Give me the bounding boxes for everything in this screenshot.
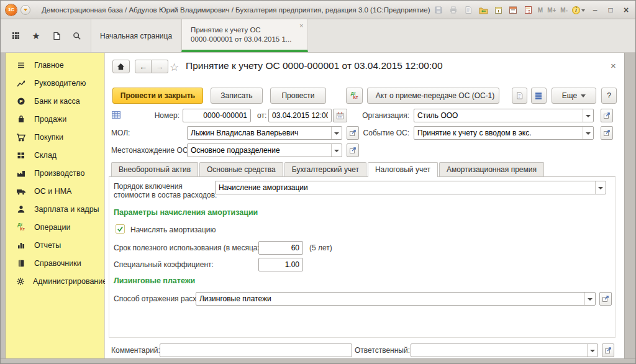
responsible-combo[interactable] xyxy=(411,344,598,357)
memory-m-button[interactable]: M xyxy=(538,7,543,14)
list-icon xyxy=(535,92,542,99)
home-button[interactable] xyxy=(112,60,130,73)
date-input[interactable] xyxy=(268,109,332,122)
save-button[interactable]: Записать xyxy=(211,88,263,104)
dtkt-icon: ДтКт xyxy=(16,223,26,231)
chevron-down-icon[interactable] xyxy=(583,127,593,139)
tab-depreciation-bonus[interactable]: Амортизационная премия xyxy=(439,162,544,176)
preview-icon[interactable] xyxy=(463,5,474,15)
sidebar-item-warehouse[interactable]: Склад xyxy=(6,146,104,164)
tab-accounting[interactable]: Бухгалтерский учет xyxy=(284,162,366,176)
svg-text:Р: Р xyxy=(19,98,23,104)
more-button[interactable]: Еще xyxy=(552,88,596,104)
close-form-icon[interactable]: × xyxy=(611,60,616,71)
save-icon[interactable] xyxy=(434,5,444,15)
sidebar-item-os-nma[interactable]: ОС и НМА xyxy=(6,182,104,200)
sidebar-item-purchases[interactable]: Покупки xyxy=(6,128,104,146)
close-window-button[interactable]: × xyxy=(620,5,632,15)
table-icon xyxy=(111,111,121,122)
sidebar-item-production[interactable]: Производство xyxy=(6,164,104,182)
chevron-down-icon[interactable] xyxy=(595,181,606,194)
date-picker-button[interactable] xyxy=(333,109,347,122)
expense-method-combo[interactable]: Лизинговые платежи xyxy=(196,292,596,306)
sidebar-item-bank-cash[interactable]: Р Банк и касса xyxy=(6,92,104,110)
info-icon: i xyxy=(572,6,580,14)
minimize-button[interactable]: – xyxy=(589,6,601,14)
chevron-down-icon[interactable] xyxy=(587,344,597,357)
maximize-button[interactable]: □ xyxy=(605,6,616,14)
number-input[interactable] xyxy=(183,109,251,122)
tab-fixed-assets[interactable]: Основные средства xyxy=(199,162,283,176)
factory-icon xyxy=(16,169,26,178)
doc-tab-title: Принятие к учету ОС xyxy=(191,25,291,35)
organization-label: Организация: xyxy=(348,111,409,120)
chevron-down-icon xyxy=(581,9,585,14)
show-postings-button[interactable]: ДтКт xyxy=(346,88,363,104)
accrue-depreciation-checkbox[interactable] xyxy=(116,224,125,234)
help-button[interactable]: ? xyxy=(601,88,617,104)
sidebar-item-sales[interactable]: Продажи xyxy=(6,110,104,128)
info-menu-button[interactable]: i xyxy=(572,6,585,14)
window-title: Демонстрационная база / Абдулов Юрий Вла… xyxy=(42,6,430,14)
responsible-open-button[interactable] xyxy=(602,344,614,357)
pin-window-icon[interactable] xyxy=(493,5,504,15)
chevron-down-icon[interactable] xyxy=(331,127,342,139)
os-event-open-button[interactable] xyxy=(601,126,613,140)
print-icon[interactable] xyxy=(448,5,459,15)
back-button[interactable]: ← xyxy=(135,60,152,73)
main-menu-button[interactable] xyxy=(20,5,30,15)
calendar-icon[interactable] xyxy=(508,5,519,15)
forward-button[interactable]: → xyxy=(152,60,168,73)
document-info-button[interactable] xyxy=(512,88,527,104)
special-coefficient-input[interactable] xyxy=(258,258,303,271)
os-event-combo[interactable]: Принятие к учету с вводом в экс. xyxy=(414,126,594,140)
open-icon xyxy=(603,129,611,137)
comment-input[interactable] xyxy=(160,344,352,357)
window-frame-bottom xyxy=(1,358,635,364)
sidebar-item-administration[interactable]: Администрирование xyxy=(6,272,104,290)
os-location-open-button[interactable] xyxy=(347,143,359,157)
search-icon[interactable] xyxy=(70,29,84,43)
useful-life-input[interactable] xyxy=(258,241,303,255)
sidebar-item-salary-hr[interactable]: Зарплата и кадры xyxy=(6,200,104,218)
grid-menu-icon[interactable] xyxy=(8,29,23,43)
menu-icon xyxy=(16,61,26,70)
sidebar-item-directories[interactable]: Справочники xyxy=(6,254,104,272)
include-order-label-line1: Порядок включения xyxy=(114,182,183,191)
post-button[interactable]: Провести xyxy=(270,88,326,104)
sidebar-item-manager[interactable]: Руководителю xyxy=(6,74,104,92)
chevron-down-icon[interactable] xyxy=(584,293,595,305)
sidebar-item-reports[interactable]: Отчеты xyxy=(6,236,104,254)
tab-home-page[interactable]: Начальная страница xyxy=(91,19,181,52)
memory-mminus-button[interactable]: M- xyxy=(560,7,568,14)
tab-noncurrent-asset[interactable]: Внеоборотный актив xyxy=(111,162,198,176)
os-event-label: Событие ОС: xyxy=(348,129,409,137)
close-tab-icon[interactable]: × xyxy=(299,22,303,29)
organization-combo[interactable]: Стиль ООО xyxy=(414,109,594,122)
responsible-label: Ответственный: xyxy=(355,346,407,355)
os-location-combo[interactable]: Основное подразделение xyxy=(187,143,342,157)
related-documents-button[interactable] xyxy=(531,88,547,104)
chevron-down-icon[interactable] xyxy=(331,144,342,157)
post-and-close-button[interactable]: Провести и закрыть xyxy=(112,88,203,104)
history-nav-group: ← → xyxy=(135,60,168,73)
calculator-icon[interactable] xyxy=(523,5,534,15)
organization-open-button[interactable] xyxy=(601,109,613,122)
document-icon xyxy=(516,91,524,100)
tab-tax-accounting[interactable]: Налоговый учет xyxy=(368,162,438,177)
cart-icon xyxy=(16,133,26,142)
comment-label: Комментарий: xyxy=(111,346,160,355)
favorites-star-icon[interactable]: ★ xyxy=(29,29,43,43)
expense-method-open-button[interactable] xyxy=(599,292,612,306)
favorite-star-icon[interactable]: ☆ xyxy=(170,61,179,74)
tab-os-acceptance-document[interactable]: Принятие к учету ОС 0000-000001 от 03.04… xyxy=(181,19,308,52)
mol-combo[interactable]: Лыжин Владислав Валерьевич xyxy=(187,126,342,140)
include-order-combo[interactable]: Начисление амортизации xyxy=(215,181,606,194)
act-print-button[interactable]: Акт о приеме-передаче ОС (ОС-1) xyxy=(367,88,499,104)
memory-mplus-button[interactable]: M+ xyxy=(547,7,556,14)
sidebar-item-operations[interactable]: ДтКт Операции xyxy=(6,218,104,236)
sidebar-item-main[interactable]: Главное xyxy=(6,56,104,74)
favorites-folder-icon[interactable] xyxy=(478,5,489,15)
history-icon[interactable] xyxy=(49,29,64,43)
chevron-down-icon[interactable] xyxy=(583,109,593,122)
